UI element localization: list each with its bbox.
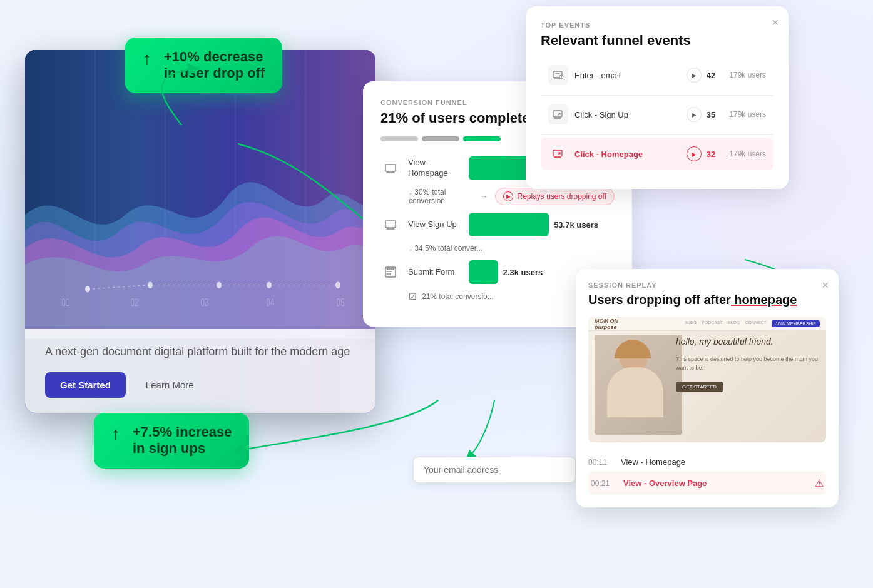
session-title-prefix: Users dropping off after [588,293,731,307]
progress-seg-3 [463,136,501,141]
thumb-headline: hello, my beautiful friend. [676,336,820,348]
event-count-3: 32 [707,150,715,159]
event-icon-1 [548,65,568,85]
funnel-bar-submit [469,260,498,284]
event-row-2: Click - Sign Up ▶ 35 179k users [541,98,773,131]
session-thumbnail: MOM ONpurpose BLOG PODCAST BLOG CONNECT … [588,317,826,442]
funnel-icon-submit [380,262,401,282]
email-input-area [413,457,576,483]
website-mockup: 01 02 03 04 05 A next-gen document digit… [25,50,375,413]
event-count-1: 42 [707,71,715,80]
progress-seg-2 [422,136,459,141]
event-icon-2 [548,104,568,124]
session-close[interactable]: × [822,279,829,292]
event-name-3: Click - Homepage [574,150,680,159]
funnel-stat-2: ↓ 34.5% total conver... [409,244,615,253]
svg-rect-15 [385,165,396,171]
thumb-nav-1: BLOG [685,320,697,327]
increase-badge: ↑ +7.5% increase in sign ups [94,413,249,469]
thumb-subtext: This space is designed to help you becom… [676,355,820,373]
thumb-cta-nav: JOIN MEMBERSHIP [772,320,820,327]
timeline-row-1: 00:11 View - Homepage [588,452,826,472]
replay-circle-2: ▶ [687,107,702,122]
top-events-list: Enter - email ▶ 42 179k users Click - Si… [541,59,773,170]
event-count-2: 35 [707,110,715,119]
svg-rect-16 [385,221,396,228]
funnel-stat-text-1: ↓ 30% total conversion [409,188,472,205]
arrow-up-icon: ↑ [143,49,151,69]
replay-circle-1: ▶ [687,68,702,83]
funnel-stat-text-2: ↓ 34.5% total conver... [409,244,482,253]
funnel-bar-signup [469,213,549,236]
svg-point-11 [148,281,153,288]
funnel-icon-signup [380,215,401,235]
funnel-stat-text-3: 21% total conversio... [422,292,494,301]
person-hair [615,340,651,358]
learn-more-button[interactable]: Learn More [146,380,194,390]
website-tagline: A next-gen document digital platform bui… [45,344,355,360]
funnel-icon-homepage [380,158,401,178]
svg-rect-20 [553,111,562,117]
get-started-button[interactable]: Get Started [45,372,126,398]
event-users-3: 179k users [729,150,766,158]
divider-1 [541,95,773,96]
timeline-row-2: 00:21 View - Overview Page ⚠ [588,472,826,495]
top-events-label: TOP EVENTS [541,21,773,29]
badge-increase-line2: in sign ups [133,440,232,457]
email-input[interactable] [424,465,565,475]
replays-dropping-off-button[interactable]: ▶ Replays users dropping off [495,188,615,205]
svg-point-14 [335,281,340,288]
event-replay-btn-1[interactable]: ▶ 42 [687,68,715,83]
funnel-label-signup: View Sign Up [408,220,461,230]
event-users-1: 179k users [729,71,766,79]
funnel-stat-1: ↓ 30% total conversion → ▶ Replays users… [409,188,615,205]
thumb-content: hello, my beautiful friend. This space i… [676,336,820,392]
svg-point-10 [85,286,90,293]
event-name-2: Click - Sign Up [574,110,680,119]
timeline-warning-icon: ⚠ [815,477,824,489]
timeline-event-2: View - Overview Page [623,479,807,488]
thumb-nav-4: CONNECT [745,320,767,327]
session-replay-panel: SESSION REPLAY × Users dropping off afte… [576,269,839,507]
event-icon-3 [548,144,568,164]
thumb-cta-btn: GET STARTED [676,382,723,392]
session-timeline: 00:11 View - Homepage 00:21 View - Overv… [588,452,826,495]
svg-rect-21 [553,150,562,156]
timeline-time-1: 00:11 [588,458,613,467]
funnel-label-homepage: View -Homepage [408,158,461,179]
funnel-bar-submit-value: 2.3k users [503,268,543,277]
timeline-time-2: 00:21 [591,479,616,488]
svg-point-12 [217,281,222,288]
person-body [607,367,663,417]
funnel-label-submit: Submit Form [408,267,461,278]
event-replay-btn-2[interactable]: ▶ 35 [687,107,715,122]
thumb-nav-2: PODCAST [702,320,723,327]
badge-increase-line1: +7.5% increase [133,424,232,440]
top-events-title: Relevant funnel events [541,33,773,49]
timeline-event-1: View - Homepage [621,457,826,467]
funnel-row-signup: View Sign Up 53.7k users [380,213,615,236]
top-events-close[interactable]: × [772,16,779,29]
session-title-highlight: homepage [731,293,797,307]
session-title: Users dropping off after homepage [588,293,826,307]
divider-2 [541,134,773,135]
replay-icon: ▶ [503,191,513,201]
badge-decrease-line1: +10% decrease [164,49,265,65]
top-events-panel: TOP EVENTS Relevant funnel events × Ente… [526,6,789,189]
event-name-1: Enter - email [574,71,680,80]
event-row-3: Click - Homepage ▶ 32 179k users [541,138,773,170]
replay-circle-3: ▶ [687,146,702,161]
thumb-brand: MOM ONpurpose [595,318,618,330]
progress-seg-1 [380,136,418,141]
badge-decrease-line2: in user drop off [164,65,265,81]
thumb-photo [595,335,682,435]
svg-point-13 [267,281,272,288]
funnel-bar-signup-wrap: 53.7k users [469,213,615,236]
event-users-2: 179k users [729,110,766,119]
event-row-1: Enter - email ▶ 42 179k users [541,59,773,91]
thumb-nav-3: BLOG [728,320,740,327]
arrow-up-icon-2: ↑ [111,424,120,444]
event-replay-btn-3[interactable]: ▶ 32 [687,146,715,161]
replays-btn-label: Replays users dropping off [517,192,606,201]
check-icon: ☑ [409,291,417,302]
